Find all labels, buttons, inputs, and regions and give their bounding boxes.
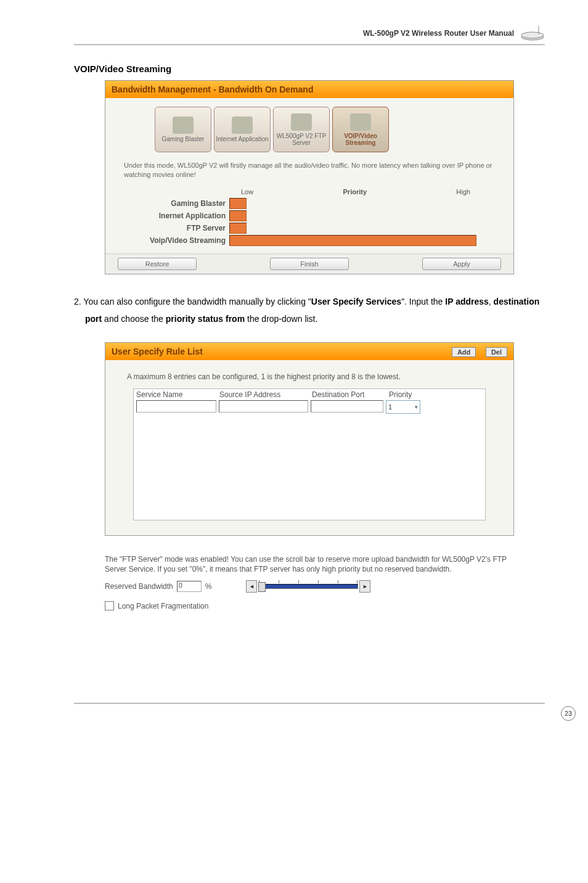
destination-port-input[interactable] xyxy=(311,400,383,413)
router-icon xyxy=(520,25,545,42)
chevron-down-icon: ▾ xyxy=(415,404,418,410)
priority-row-voip: Voip/Video Streaming xyxy=(124,235,495,246)
ftp-reserved-bandwidth-block: The "FTP Server" mode was enabled! You c… xyxy=(105,554,514,610)
rule-table: Service Name Source IP Address Destinati… xyxy=(133,388,486,520)
rule-note: A maximum 8 entries can be configured, 1… xyxy=(127,372,492,381)
svg-point-1 xyxy=(521,32,544,38)
add-button[interactable]: Add xyxy=(452,347,476,357)
priority-row-gaming: Gaming Blaster xyxy=(124,198,495,209)
step-2-text: 2. You can also configure the bandwidth … xyxy=(74,293,545,327)
slider-thumb[interactable] xyxy=(258,582,266,592)
finish-button[interactable]: Finish xyxy=(270,258,349,270)
panel2-title-bar: User Specify Rule List Add Del xyxy=(105,343,513,360)
priority-bar-ftp xyxy=(229,223,247,234)
priority-section: Low Priority High Gaming Blaster Inernet… xyxy=(105,184,513,253)
priority-low-label: Low xyxy=(241,188,253,195)
mode-selector-row: Gaming Blaster Internet Application WL50… xyxy=(105,98,513,158)
ftp-description: The "FTP Server" mode was enabled! You c… xyxy=(105,554,514,574)
col-priority: Priority xyxy=(389,390,426,399)
service-name-input[interactable] xyxy=(136,400,216,413)
source-ip-input[interactable] xyxy=(219,400,308,413)
user-specify-rule-panel: User Specify Rule List Add Del A maximum… xyxy=(105,342,514,536)
col-source-ip: Source IP Address xyxy=(219,390,312,399)
gamepad-icon xyxy=(173,117,194,134)
long-packet-fragmentation-checkbox[interactable] xyxy=(105,601,114,610)
bandwidth-on-demand-panel: Bandwidth Management - Bandwidth On Dema… xyxy=(105,80,514,274)
priority-bar-internet xyxy=(229,210,247,221)
priority-row-internet: Inernet Application xyxy=(124,210,495,221)
panel1-title: Bandwidth Management - Bandwidth On Dema… xyxy=(112,84,313,94)
panel2-title: User Specify Rule List xyxy=(112,347,203,356)
priority-header-label: Priority xyxy=(343,188,367,195)
del-button[interactable]: Del xyxy=(486,347,507,357)
priority-select[interactable]: 1 ▾ xyxy=(386,400,420,414)
page-header: WL-500gP V2 Wireless Router User Manual xyxy=(74,25,545,45)
long-packet-fragmentation-label: Long Packet Fragmentation xyxy=(118,602,208,610)
restore-button[interactable]: Restore xyxy=(118,258,197,270)
reserved-bandwidth-slider[interactable]: ◄ ► xyxy=(246,580,370,593)
slider-right-button[interactable]: ► xyxy=(359,580,370,593)
reserved-bandwidth-label: Reserved Bandwidth xyxy=(105,582,173,591)
col-destination-port: Destination Port xyxy=(312,390,389,399)
mode-voip-video-streaming[interactable]: VOIP/Video Streaming xyxy=(332,107,389,152)
reserved-bandwidth-input[interactable]: 0 xyxy=(177,581,202,592)
mode-ftp-server[interactable]: WL500gP V2 FTP Server xyxy=(273,107,330,152)
priority-bar-gaming xyxy=(229,198,247,209)
page-number: 23 xyxy=(561,706,576,721)
media-icon xyxy=(350,113,371,131)
slider-left-button[interactable]: ◄ xyxy=(246,580,257,593)
download-icon xyxy=(232,117,253,134)
manual-title: WL-500gP V2 Wireless Router User Manual xyxy=(363,29,514,38)
col-service-name: Service Name xyxy=(136,390,219,399)
page-footer: 23 xyxy=(74,703,545,722)
priority-row-ftp: FTP Server xyxy=(124,223,495,234)
apply-button[interactable]: Apply xyxy=(422,258,501,270)
panel1-button-row: Restore Finish Apply xyxy=(105,253,513,274)
slider-track[interactable] xyxy=(258,584,358,589)
priority-high-label: High xyxy=(456,188,470,195)
panel1-title-bar: Bandwidth Management - Bandwidth On Dema… xyxy=(105,81,513,98)
mode-gaming-blaster[interactable]: Gaming Blaster xyxy=(155,107,211,152)
mode-internet-application[interactable]: Internet Application xyxy=(214,107,271,152)
section-title: VOIP/Video Streaming xyxy=(74,64,545,74)
percent-label: % xyxy=(205,582,212,591)
priority-bar-voip xyxy=(229,235,476,246)
server-icon xyxy=(291,113,312,131)
mode-description: Under this mode, WL500gP V2 will firstly… xyxy=(105,158,513,184)
